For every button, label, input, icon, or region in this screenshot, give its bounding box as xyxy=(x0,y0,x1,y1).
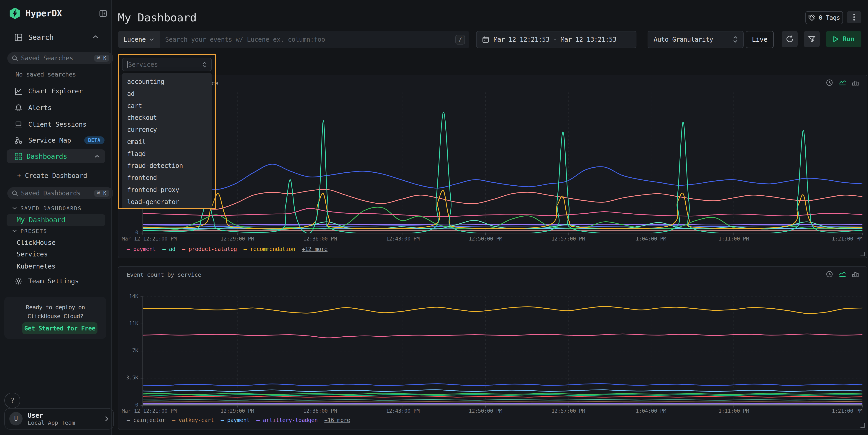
services-filter-dropdown: Services accountingadcartcheckoutcurrenc… xyxy=(118,54,216,209)
legend-label: ad xyxy=(169,246,175,252)
gear-icon xyxy=(14,277,23,285)
dashboard-menu-button[interactable] xyxy=(847,11,861,23)
filter-edit-icon xyxy=(808,35,816,43)
query-language-select[interactable]: Lucene xyxy=(118,31,160,48)
legend-swatch: — xyxy=(221,417,224,424)
shortcut-badge: ⌘ K xyxy=(94,55,109,62)
tags-button[interactable]: 0 Tags xyxy=(805,11,843,24)
y-tick-label: 0 xyxy=(122,402,138,408)
sidebar-item-client-sessions[interactable]: Client Sessions xyxy=(14,120,87,128)
time-range-picker[interactable]: Mar 12 12:21:53 - Mar 12 13:21:53 xyxy=(476,31,637,48)
sidebar-item-services[interactable]: Services xyxy=(17,250,48,258)
sidebar-item-search[interactable]: Search xyxy=(14,33,54,41)
event-search-bar: Lucene Search your events w/ Lucene ex. … xyxy=(118,31,469,48)
service-map-icon xyxy=(14,136,23,145)
chart-controls xyxy=(826,79,859,86)
dropdown-option[interactable]: frontend xyxy=(122,172,212,184)
chart-canvas xyxy=(143,297,862,405)
refresh-button[interactable] xyxy=(782,31,798,47)
dropdown-option[interactable]: checkout xyxy=(122,112,212,124)
dropdown-option[interactable]: fraud-detection xyxy=(122,160,212,172)
legend-more-link[interactable]: +16 more xyxy=(324,417,350,424)
x-tick-label: 12:43:00 PM xyxy=(386,408,420,414)
dropdown-option[interactable]: cart xyxy=(122,100,212,112)
sidebar-item-kubernetes[interactable]: Kubernetes xyxy=(17,262,56,270)
sidebar-item-team-settings[interactable]: Team Settings xyxy=(14,277,79,285)
play-icon xyxy=(833,36,839,42)
time-mode-icon[interactable] xyxy=(826,79,833,86)
sidebar-item-chart-explorer[interactable]: Chart Explorer xyxy=(14,87,83,95)
calendar-icon xyxy=(482,36,489,43)
section-presets[interactable]: PRESETS xyxy=(12,228,47,234)
legend-swatch: — xyxy=(162,246,165,252)
chart-panel-event-count: Event count by service —cainjector—valke… xyxy=(118,266,867,430)
line-chart-mode-icon[interactable] xyxy=(839,79,846,86)
dropdown-option[interactable]: accounting xyxy=(122,75,212,88)
dropdown-option[interactable]: flagd xyxy=(122,148,212,160)
chevron-up-icon[interactable] xyxy=(92,35,99,39)
question-icon: ? xyxy=(10,396,14,404)
y-tick-label: 7K xyxy=(122,347,138,353)
legend-swatch: — xyxy=(182,246,185,252)
sidebar-item-service-map[interactable]: Service Map BETA xyxy=(14,136,104,145)
resize-handle[interactable] xyxy=(861,424,865,428)
legend-label: payment xyxy=(227,417,250,424)
chart-legend: —cainjector—valkey-cart—payment—artiller… xyxy=(127,417,350,424)
services-options-menu: accountingadcartcheckoutcurrencyemailfla… xyxy=(122,73,212,209)
saved-dashboards-input[interactable]: Saved Dashboards ⌘ K xyxy=(7,187,114,199)
dropdown-option[interactable]: currency xyxy=(122,124,212,136)
chart-panel-latency: P95 latency (ms) by service —payment—ad—… xyxy=(118,75,867,258)
x-tick-label: 12:50:00 PM xyxy=(469,408,502,414)
chart-legend: —payment—ad—product-catalog—recommendati… xyxy=(127,246,328,252)
filter-button[interactable] xyxy=(804,31,820,47)
search-icon xyxy=(11,55,18,61)
resize-handle[interactable] xyxy=(861,252,865,256)
dropdown-option[interactable]: ad xyxy=(122,88,212,100)
get-started-button[interactable]: Get Started for Free xyxy=(22,322,97,334)
search-input[interactable]: Search your events w/ Lucene ex. column:… xyxy=(160,31,469,48)
help-button[interactable]: ? xyxy=(4,393,20,409)
sidebar-item-dashboards[interactable]: Dashboards xyxy=(7,149,105,163)
chevron-down-icon xyxy=(149,38,154,41)
section-saved-dashboards[interactable]: SAVED DASHBOARDS xyxy=(12,206,82,211)
laptop-icon xyxy=(14,120,23,128)
run-button[interactable]: Run xyxy=(826,31,861,47)
y-tick-label: 3.5K xyxy=(122,375,138,380)
dropdown-option[interactable]: frontend-proxy xyxy=(122,184,212,196)
legend-more-link[interactable]: +12 more xyxy=(302,246,328,252)
time-mode-icon[interactable] xyxy=(826,271,833,278)
chevron-up-icon xyxy=(94,154,100,159)
legend-swatch: — xyxy=(172,417,175,424)
collapse-sidebar-icon[interactable] xyxy=(99,9,107,18)
user-menu[interactable]: U User Local App Team xyxy=(4,408,114,430)
page-title: My Dashboard xyxy=(118,11,196,24)
sidebar-item-alerts[interactable]: Alerts xyxy=(14,104,52,112)
legend-swatch: — xyxy=(256,417,259,424)
saved-searches-input[interactable]: Saved Searches ⌘ K xyxy=(7,52,114,64)
legend-label: valkey-cart xyxy=(179,417,214,424)
live-button[interactable]: Live xyxy=(746,31,774,48)
legend-item: —artillery-loadgen xyxy=(256,417,318,424)
x-tick-label: 12:29:00 PM xyxy=(220,236,254,242)
legend-label: payment xyxy=(133,246,156,252)
x-tick-label: 12:36:00 PM xyxy=(303,408,337,414)
refresh-icon xyxy=(785,35,794,43)
legend-label: cainjector xyxy=(133,417,165,424)
dropdown-option[interactable]: email xyxy=(122,136,212,148)
create-dashboard-button[interactable]: + Create Dashboard xyxy=(17,172,87,180)
bar-chart-mode-icon[interactable] xyxy=(852,79,859,86)
legend-swatch: — xyxy=(127,246,130,252)
x-tick-label: Mar 12 12:21:00 PM xyxy=(122,408,177,414)
shortcut-badge: ⌘ K xyxy=(94,190,109,197)
dropdown-option[interactable]: load-generator xyxy=(122,196,212,208)
sidebar-item-clickhouse[interactable]: ClickHouse xyxy=(17,239,56,246)
services-input[interactable]: Services xyxy=(122,58,212,71)
sidebar-item-my-dashboard[interactable]: My Dashboard xyxy=(7,214,105,226)
line-chart-mode-icon[interactable] xyxy=(839,271,846,278)
granularity-select[interactable]: Auto Granularity xyxy=(648,31,744,48)
search-icon xyxy=(11,190,18,196)
bar-chart-mode-icon[interactable] xyxy=(852,271,859,278)
legend-item: —valkey-cart xyxy=(172,417,214,424)
legend-swatch: — xyxy=(127,417,130,424)
search-panel-icon xyxy=(14,33,23,41)
